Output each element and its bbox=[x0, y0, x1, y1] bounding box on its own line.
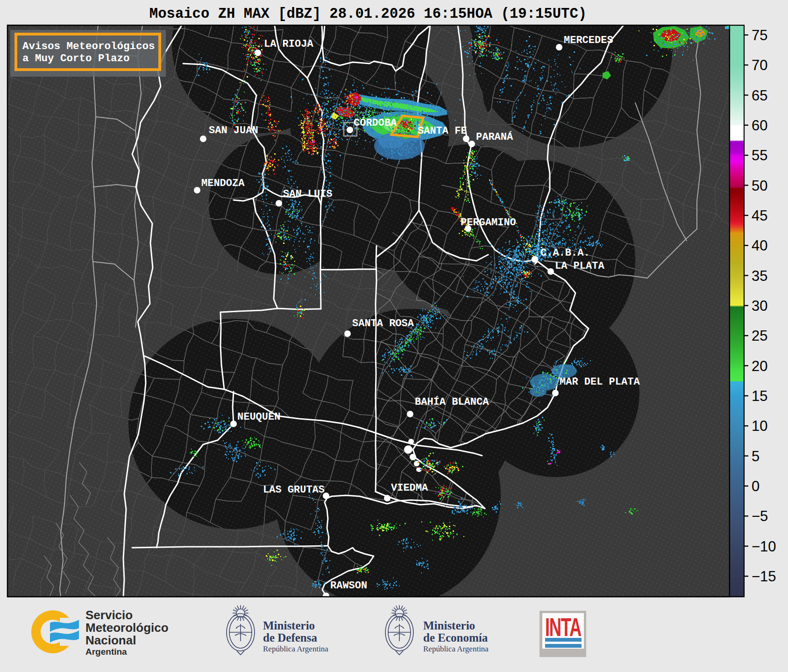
svg-text:20: 20 bbox=[752, 358, 767, 374]
svg-text:C.A.B.A.: C.A.B.A. bbox=[540, 247, 590, 259]
svg-text:10: 10 bbox=[752, 418, 767, 434]
svg-text:CÓRDOBA: CÓRDOBA bbox=[354, 117, 397, 129]
svg-text:SAN LUIS: SAN LUIS bbox=[283, 188, 333, 200]
svg-text:MERCEDES: MERCEDES bbox=[564, 35, 613, 46]
svg-text:Argentina: Argentina bbox=[85, 647, 127, 657]
svg-text:45: 45 bbox=[752, 207, 767, 224]
svg-text:de Defensa: de Defensa bbox=[263, 631, 317, 644]
svg-text:35: 35 bbox=[752, 268, 767, 284]
svg-text:5: 5 bbox=[752, 448, 760, 465]
svg-text:RAWSON: RAWSON bbox=[330, 580, 367, 592]
svg-text:60: 60 bbox=[752, 117, 767, 134]
svg-text:55: 55 bbox=[752, 147, 767, 164]
svg-text:República Argentina: República Argentina bbox=[423, 644, 489, 653]
svg-text:15: 15 bbox=[752, 388, 767, 404]
svg-text:−15: −15 bbox=[752, 568, 776, 585]
svg-text:BAHÍA BLANCA: BAHÍA BLANCA bbox=[415, 396, 489, 408]
svg-text:LA RIOJA: LA RIOJA bbox=[264, 38, 313, 50]
svg-text:PARANÁ: PARANÁ bbox=[476, 131, 513, 143]
svg-text:Nacional: Nacional bbox=[85, 633, 136, 647]
svg-text:MENDOZA: MENDOZA bbox=[201, 178, 245, 189]
svg-text:a Muy Corto Plazo: a Muy Corto Plazo bbox=[22, 52, 130, 64]
svg-text:Ministerio: Ministerio bbox=[423, 619, 475, 632]
svg-text:República Argentina: República Argentina bbox=[263, 644, 328, 653]
svg-text:INTA: INTA bbox=[545, 613, 582, 642]
svg-text:SANTA FE: SANTA FE bbox=[418, 125, 467, 137]
svg-text:SAN JUAN: SAN JUAN bbox=[209, 125, 258, 136]
svg-text:de Economía: de Economía bbox=[423, 631, 488, 644]
svg-text:30: 30 bbox=[752, 298, 767, 314]
svg-text:−5: −5 bbox=[752, 508, 768, 524]
svg-text:LAS GRUTAS: LAS GRUTAS bbox=[263, 484, 325, 496]
svg-text:PERGAMINO: PERGAMINO bbox=[461, 217, 516, 229]
svg-text:−10: −10 bbox=[752, 538, 776, 555]
svg-text:LA PLATA: LA PLATA bbox=[555, 260, 604, 272]
svg-text:Servicio: Servicio bbox=[85, 608, 133, 622]
svg-text:NEUQUÉN: NEUQUÉN bbox=[237, 411, 280, 423]
svg-text:Ministerio: Ministerio bbox=[263, 619, 315, 632]
svg-text:Mosaico ZH MAX [dBZ] 28.01.202: Mosaico ZH MAX [dBZ] 28.01.2026 16:15HOA… bbox=[149, 6, 587, 22]
svg-text:MAR DEL PLATA: MAR DEL PLATA bbox=[560, 376, 640, 388]
svg-text:Meteorológico: Meteorológico bbox=[85, 621, 169, 635]
svg-text:50: 50 bbox=[752, 178, 767, 194]
svg-text:0: 0 bbox=[752, 478, 760, 494]
svg-text:40: 40 bbox=[752, 237, 767, 254]
svg-text:SANTA ROSA: SANTA ROSA bbox=[352, 318, 414, 329]
svg-text:25: 25 bbox=[752, 328, 767, 344]
svg-text:65: 65 bbox=[752, 87, 767, 104]
svg-text:VIEDMA: VIEDMA bbox=[391, 482, 428, 494]
svg-text:Avisos Meteorológicos: Avisos Meteorológicos bbox=[22, 40, 155, 52]
svg-text:75: 75 bbox=[752, 27, 767, 43]
svg-text:70: 70 bbox=[752, 57, 767, 73]
